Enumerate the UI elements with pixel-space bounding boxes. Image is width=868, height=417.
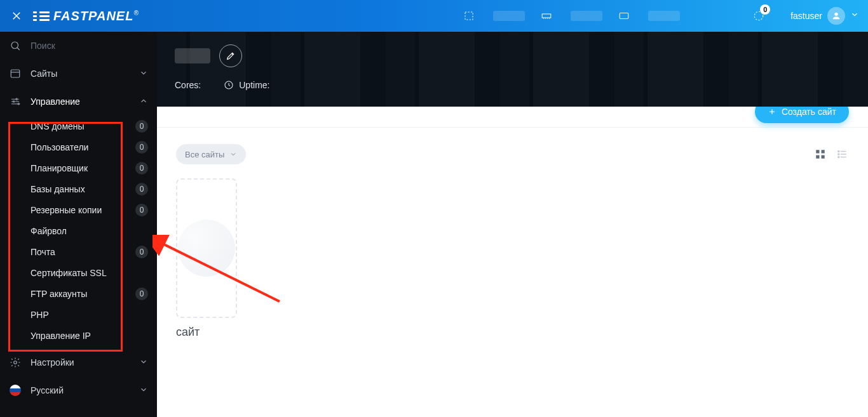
svg-point-4 — [834, 13, 837, 16]
sidebar-subitem[interactable]: Резервные копии0 — [0, 199, 157, 220]
sidebar-subitem[interactable]: Сертификаты SSL — [0, 262, 157, 283]
sidebar-subitem-label: PHP — [31, 310, 148, 320]
activity-badge: 0 — [760, 4, 770, 15]
topbar-info-blurred-2 — [571, 11, 602, 21]
svg-rect-17 — [841, 151, 846, 152]
sidebar-subitem-label: Сертификаты SSL — [31, 268, 148, 278]
chevron-down-icon — [139, 385, 148, 396]
create-site-label: Создать сайт — [782, 107, 836, 117]
sidebar-item-management[interactable]: Управление — [0, 88, 157, 116]
svg-rect-16 — [837, 150, 839, 152]
count-badge: 0 — [135, 246, 148, 258]
svg-point-5 — [11, 42, 18, 49]
svg-rect-13 — [822, 150, 825, 153]
view-list-button[interactable] — [835, 147, 849, 161]
search-icon — [9, 39, 22, 52]
svg-point-8 — [13, 101, 15, 102]
svg-rect-6 — [11, 70, 20, 77]
filter-all-sites[interactable]: Все сайты — [176, 144, 246, 164]
svg-rect-15 — [822, 156, 825, 159]
sidebar-subitem-label: Резервные копии — [31, 205, 135, 215]
topbar-icon-2[interactable] — [534, 3, 559, 29]
add-site-card[interactable] — [176, 178, 237, 318]
chevron-down-icon — [139, 69, 148, 79]
window-icon — [9, 67, 22, 80]
grid-icon — [815, 149, 826, 160]
sidebar-item-label: Управление — [31, 96, 130, 107]
sidebar-subitem-label: FTP аккаунты — [31, 289, 135, 299]
topbar: FASTPANEL® 0 fastuser — [0, 0, 868, 32]
count-badge: 0 — [135, 183, 148, 195]
chevron-down-icon — [850, 10, 859, 22]
user-menu[interactable]: fastuser — [790, 7, 859, 25]
hero-server-name-blurred — [175, 48, 210, 63]
svg-rect-14 — [816, 156, 819, 159]
count-badge: 0 — [135, 204, 148, 216]
close-button[interactable] — [9, 8, 24, 23]
svg-rect-0 — [465, 12, 473, 20]
user-name: fastuser — [790, 11, 822, 21]
svg-rect-19 — [841, 154, 846, 155]
sidebar-subitem-label: DNS домены — [31, 121, 135, 131]
svg-point-9 — [18, 103, 19, 105]
sidebar-item-label: Русский — [31, 385, 130, 395]
sidebar-subitem[interactable]: PHP — [0, 304, 157, 325]
person-icon — [831, 11, 841, 21]
svg-point-7 — [16, 98, 17, 100]
sidebar-item-language[interactable]: Русский — [0, 376, 157, 404]
add-site-text-fragment: сайт — [176, 326, 849, 339]
main-content: Cores: Uptime: Создать сайт Все сайты — [157, 32, 868, 417]
activity-button[interactable]: 0 — [746, 3, 771, 29]
logo-icon — [33, 11, 50, 21]
sidebar-subitem[interactable]: Пользователи0 — [0, 136, 157, 157]
management-submenu: DNS домены0Пользователи0Планировщик0Базы… — [0, 116, 157, 346]
count-badge: 0 — [135, 288, 148, 300]
sidebar-subitem[interactable]: Управление IP — [0, 325, 157, 346]
sidebar-item-label: Сайты — [31, 69, 130, 79]
meta-uptime: Uptime: — [224, 80, 269, 90]
topbar-icon-3[interactable] — [611, 3, 637, 29]
svg-rect-20 — [837, 156, 839, 158]
topbar-icon-1[interactable] — [456, 3, 482, 29]
sidebar-subitem[interactable]: Почта0 — [0, 241, 157, 262]
meta-label: Uptime: — [239, 80, 269, 90]
chevron-up-icon — [139, 96, 148, 107]
edit-server-button[interactable] — [219, 44, 242, 67]
sidebar-subitem-label: Почта — [31, 247, 135, 257]
topbar-info-blurred-3 — [648, 11, 680, 21]
sidebar-subitem-label: Базы данных — [31, 184, 135, 194]
chevron-down-icon — [139, 357, 148, 368]
plus-icon — [768, 107, 776, 116]
sidebar-subitem-label: Пользователи — [31, 142, 135, 152]
close-icon — [11, 10, 22, 22]
meta-label: Cores: — [175, 80, 201, 90]
filter-label: Все сайты — [185, 150, 224, 159]
sidebar-item-sites[interactable]: Сайты — [0, 60, 157, 88]
search-input[interactable] — [31, 41, 148, 51]
sidebar-subitem[interactable]: Файрвол — [0, 220, 157, 241]
flag-ru-icon — [9, 384, 22, 397]
disk-icon — [618, 10, 630, 22]
toolbar: Все сайты — [157, 128, 868, 164]
sidebar-subitem[interactable]: Планировщик0 — [0, 157, 157, 178]
count-badge: 0 — [135, 141, 148, 154]
svg-rect-12 — [816, 150, 819, 153]
sidebar-item-settings[interactable]: Настройки — [0, 348, 157, 376]
pencil-icon — [226, 51, 236, 61]
sites-grid: сайт — [157, 164, 868, 353]
sidebar: Сайты Управление DNS домены0Пользователи… — [0, 32, 157, 417]
sliders-icon — [9, 95, 22, 108]
sidebar-subitem[interactable]: FTP аккаунты0 — [0, 283, 157, 304]
count-badge: 0 — [135, 162, 148, 175]
logo[interactable]: FASTPANEL® — [33, 9, 139, 23]
chevron-down-icon — [229, 150, 237, 158]
sidebar-subitem[interactable]: Базы данных0 — [0, 178, 157, 199]
svg-rect-21 — [841, 157, 846, 158]
sidebar-subitem[interactable]: DNS домены0 — [0, 116, 157, 136]
add-site-circle — [178, 220, 235, 277]
view-grid-button[interactable] — [813, 147, 827, 161]
list-icon — [836, 149, 848, 160]
svg-rect-18 — [837, 154, 839, 156]
sidebar-search[interactable] — [0, 32, 157, 60]
gear-icon — [9, 356, 22, 369]
